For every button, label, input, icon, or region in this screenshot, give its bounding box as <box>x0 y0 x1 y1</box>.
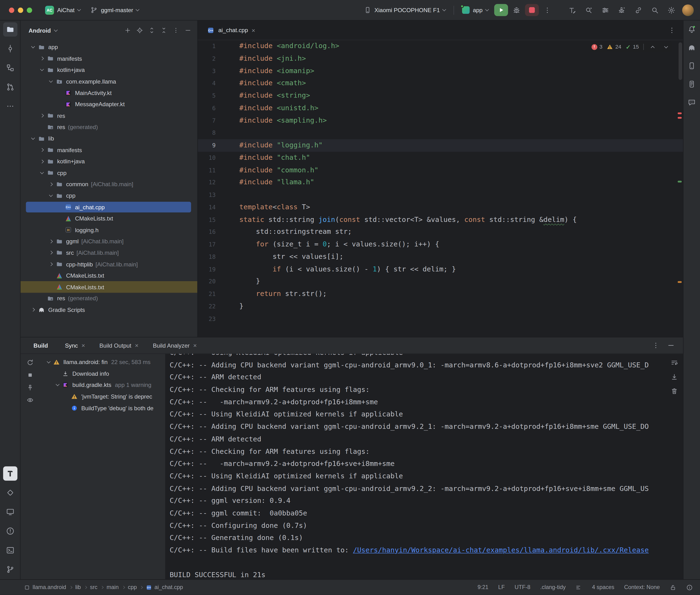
locate-icon[interactable] <box>134 25 145 36</box>
tree-item[interactable]: res(generated) <box>21 121 197 133</box>
tree-expand-chevron[interactable] <box>37 160 46 163</box>
tree-item[interactable]: CMakeLists.txt <box>21 281 197 293</box>
code-line[interactable]: 17 for (size_t i = 0; i < values.size();… <box>198 238 683 251</box>
app-insights-icon[interactable] <box>685 95 698 109</box>
tree-item[interactable]: Gradle Scripts <box>21 304 197 316</box>
clear-all-icon[interactable] <box>668 385 680 397</box>
formatter-status-icon[interactable] <box>576 584 582 591</box>
device-selector[interactable]: Xiaomi POCOPHONE F1 <box>360 3 450 17</box>
soft-wrap-icon[interactable] <box>668 357 680 368</box>
code-line[interactable]: 23 <box>198 313 683 325</box>
collapse-all-icon[interactable] <box>158 25 170 36</box>
tree-item[interactable]: manifests <box>21 53 197 64</box>
build-tree-item[interactable]: Download info <box>39 368 165 379</box>
close-tab-icon[interactable]: × <box>252 27 255 33</box>
ide-status-icon[interactable] <box>686 584 693 591</box>
breadcrumb-item[interactable]: main <box>107 584 119 591</box>
tree-item[interactable]: MainActivity.kt <box>21 87 197 98</box>
code-line[interactable]: 11#include "common.h" <box>198 164 683 176</box>
expand-all-icon[interactable] <box>146 25 158 36</box>
build-tree-item[interactable]: llama.android: fin22 sec, 583 ms <box>39 357 165 368</box>
prev-problem-button[interactable] <box>648 42 657 51</box>
zoom-window-button[interactable] <box>27 7 32 12</box>
tree-expand-chevron[interactable] <box>37 115 46 117</box>
code-line[interactable]: 3#include <iomanip> <box>198 65 683 77</box>
build-tree-item[interactable]: build.gradle.ktsapp 1 warning <box>39 379 165 391</box>
code-line[interactable]: 20 } <box>198 276 683 288</box>
build-tree-item[interactable]: BuildType 'debug' is both de <box>39 402 165 414</box>
ai-text-edit-icon[interactable] <box>566 3 579 17</box>
tree-collapse-chevron[interactable] <box>37 69 46 71</box>
line-separator[interactable]: LF <box>498 584 505 591</box>
version-control-icon[interactable] <box>3 562 17 577</box>
more-horizontal-icon[interactable] <box>3 99 17 113</box>
tree-item[interactable]: common[AiChat.lib.main] <box>21 178 197 190</box>
gradle-icon[interactable] <box>685 41 698 54</box>
inspections-widget[interactable]: ! 3 24 ✓ 15 <box>589 41 672 52</box>
rerun-icon[interactable] <box>24 357 36 368</box>
link-icon[interactable] <box>632 3 645 17</box>
next-problem-button[interactable] <box>662 42 670 51</box>
problems-icon[interactable] <box>3 524 17 538</box>
project-folder-icon[interactable] <box>3 22 17 37</box>
scroll-end-icon[interactable] <box>668 371 680 382</box>
run-configuration-selector[interactable]: app <box>458 3 493 17</box>
tree-expand-chevron[interactable] <box>47 240 55 243</box>
hide-build-panel-button[interactable] <box>664 339 678 352</box>
stripe-mark[interactable] <box>678 112 682 114</box>
more-run-options-button[interactable] <box>541 3 554 17</box>
tree-item[interactable]: manifests <box>21 144 197 156</box>
tree-item[interactable]: CMakeLists.txt <box>21 270 197 281</box>
indent-style[interactable]: 4 spaces <box>592 584 614 591</box>
tree-item[interactable]: lib <box>21 133 197 144</box>
device-explorer-icon[interactable] <box>685 77 698 90</box>
more-vertical-icon[interactable] <box>170 25 182 36</box>
error-count[interactable]: ! 3 <box>591 44 603 50</box>
tree-collapse-chevron[interactable] <box>29 138 37 139</box>
tree-item[interactable]: Hlogging.h <box>21 224 197 236</box>
tree-item[interactable]: app <box>21 41 197 53</box>
code-line[interactable]: 6#include <unistd.h> <box>198 102 683 115</box>
pin-icon[interactable] <box>24 382 36 393</box>
code-line[interactable]: 2#include <jni.h> <box>198 53 683 65</box>
settings-icon[interactable] <box>665 3 678 17</box>
build-tab-build-output[interactable]: Build Output× <box>99 342 138 349</box>
file-writable-icon[interactable] <box>670 584 676 591</box>
warning-count[interactable]: 24 <box>607 44 621 50</box>
file-encoding[interactable]: UTF-8 <box>514 584 530 591</box>
notifications-icon[interactable] <box>685 22 698 36</box>
tree-expand-chevron[interactable] <box>47 263 55 265</box>
build-variants-icon[interactable] <box>3 485 17 500</box>
minimize-window-button[interactable] <box>18 7 23 12</box>
code-line[interactable]: 10#include "chat.h" <box>198 152 683 164</box>
code-area[interactable]: 1#include <android/log.h>2#include <jni.… <box>198 40 683 337</box>
sliders-icon[interactable] <box>599 3 612 17</box>
tree-item[interactable]: cpp-httplib[AiChat.lib.main] <box>21 259 197 270</box>
ai-bug-icon[interactable] <box>615 3 628 17</box>
run-button[interactable] <box>494 4 508 16</box>
build-tree-item[interactable]: 'jvmTarget: String' is deprec <box>39 391 165 402</box>
tree-collapse-chevron[interactable] <box>54 385 62 386</box>
tree-item[interactable]: kotlin+java <box>21 64 197 76</box>
tree-item[interactable]: res(generated) <box>21 293 197 304</box>
resolve-context[interactable]: Context: None <box>624 584 660 591</box>
code-line[interactable]: 13 <box>198 189 683 201</box>
passed-count[interactable]: ✓ 15 <box>626 44 639 50</box>
build-hammer-icon[interactable] <box>3 466 17 481</box>
debug-button[interactable] <box>510 3 523 17</box>
device-manager-icon[interactable] <box>685 59 698 72</box>
tree-item[interactable]: ggml[AiChat.lib.main] <box>21 236 197 247</box>
preview-icon[interactable] <box>24 394 36 406</box>
tree-expand-chevron[interactable] <box>29 309 37 311</box>
tree-item[interactable]: cpp <box>21 190 197 201</box>
build-console[interactable]: C/C++: -- Using KleidiAI optimized kerne… <box>165 354 665 579</box>
tree-item[interactable]: MessageAdapter.kt <box>21 98 197 110</box>
close-window-button[interactable] <box>9 7 14 12</box>
pull-requests-icon[interactable] <box>3 80 17 94</box>
stop-square-icon[interactable] <box>24 369 36 381</box>
stop-button[interactable] <box>525 4 539 16</box>
tree-expand-chevron[interactable] <box>47 251 55 254</box>
code-line[interactable]: 8 <box>198 127 683 139</box>
clang-tidy-profile[interactable]: .clang-tidy <box>540 584 566 591</box>
running-devices-icon[interactable] <box>3 505 17 519</box>
